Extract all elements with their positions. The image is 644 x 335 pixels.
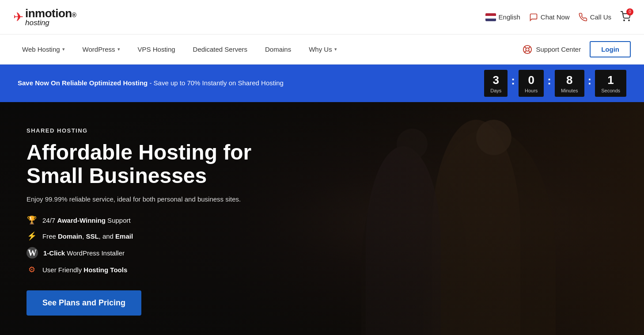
logo-flame-icon: ✈	[13, 10, 23, 24]
svg-line-6	[529, 46, 530, 48]
phone-icon	[579, 13, 587, 22]
nav-web-hosting[interactable]: Web Hosting ▾	[13, 34, 74, 65]
countdown-separator: :	[588, 74, 592, 88]
top-right-controls: English Chat Now Call Us 0	[485, 11, 631, 23]
countdown-hours-label: Hours	[525, 88, 538, 93]
svg-line-7	[525, 50, 527, 52]
feature-wordpress-text: 1-Click WordPress Installer	[43, 249, 125, 257]
language-label: English	[499, 13, 520, 21]
feature-tools-text: User Friendly Hosting Tools	[42, 266, 127, 274]
hero-subtitle: SHARED HOSTING	[27, 127, 274, 134]
language-selector[interactable]: English	[485, 13, 520, 21]
see-plans-button[interactable]: See Plans and Pricing	[27, 290, 141, 316]
countdown-separator: :	[547, 74, 551, 88]
promo-body-text: - Save up to 70% Instantly on Shared Hos…	[148, 79, 284, 87]
trophy-icon: 🏆	[27, 215, 37, 225]
countdown-minutes-label: Minutes	[561, 88, 578, 93]
feature-support-text: 24/7 Award-Winning Support	[42, 217, 131, 224]
countdown-seconds: 1 Seconds	[595, 70, 626, 97]
support-icon	[523, 45, 532, 54]
promo-banner: Save Now On Reliable Optimized Hosting -…	[0, 65, 644, 102]
call-us-button[interactable]: Call Us	[579, 13, 611, 22]
wordpress-icon: W	[27, 247, 38, 259]
navigation-bar: Web Hosting ▾ WordPress ▾ VPS Hosting De…	[0, 34, 644, 65]
hero-section: SHARED HOSTING Affordable Hosting for Sm…	[0, 102, 644, 335]
nav-why-us-label: Why Us	[309, 46, 332, 53]
chevron-down-icon: ▾	[334, 46, 337, 52]
hero-features-list: 🏆 24/7 Award-Winning Support ⚡ Free Doma…	[27, 215, 274, 274]
svg-line-5	[529, 50, 530, 52]
svg-point-3	[526, 48, 529, 51]
chevron-down-icon: ▾	[62, 46, 65, 52]
feature-domain: ⚡ Free Domain, SSL, and Email	[27, 231, 274, 241]
nav-right-controls: Support Center Login	[523, 41, 631, 57]
countdown-days-value: 3	[493, 73, 499, 87]
support-center-label: Support Center	[536, 46, 581, 53]
call-label: Call Us	[590, 13, 611, 21]
cart-badge: 0	[626, 8, 633, 15]
nav-dedicated-servers[interactable]: Dedicated Servers	[184, 34, 256, 65]
countdown-days: 3 Days	[484, 70, 508, 97]
feature-support: 🏆 24/7 Award-Winning Support	[27, 215, 274, 225]
countdown-days-label: Days	[490, 88, 501, 93]
feature-tools: ⚙ User Friendly Hosting Tools	[27, 265, 274, 274]
nav-vps-hosting-label: VPS Hosting	[138, 46, 175, 53]
svg-point-0	[624, 20, 625, 21]
svg-line-4	[525, 46, 527, 48]
countdown-hours: 0 Hours	[519, 70, 544, 97]
svg-point-1	[629, 20, 629, 21]
chevron-down-icon: ▾	[117, 46, 120, 52]
chat-label: Chat Now	[541, 13, 570, 21]
chat-now-button[interactable]: Chat Now	[529, 13, 570, 22]
countdown-minutes: 8 Minutes	[555, 70, 584, 97]
nav-wordpress[interactable]: WordPress ▾	[74, 34, 129, 65]
hero-description: Enjoy 99.99% reliable service, ideal for…	[27, 195, 274, 203]
logo-sub: hosting	[25, 19, 76, 27]
countdown-timer: 3 Days : 0 Hours : 8 Minutes : 1 Seconds	[484, 70, 626, 97]
top-bar: ✈ inmotion® hosting English Chat Now Cal…	[0, 0, 644, 34]
login-button[interactable]: Login	[590, 41, 631, 57]
nav-wordpress-label: WordPress	[83, 46, 115, 53]
logo-brand: inmotion®	[25, 8, 76, 19]
chat-icon	[529, 13, 538, 22]
promo-bold-text: Save Now On Reliable Optimized Hosting	[18, 79, 148, 87]
nav-dedicated-servers-label: Dedicated Servers	[193, 46, 247, 53]
countdown-seconds-label: Seconds	[601, 88, 620, 93]
feature-wordpress: W 1-Click WordPress Installer	[27, 247, 274, 259]
nav-domains[interactable]: Domains	[256, 34, 300, 65]
countdown-hours-value: 0	[528, 73, 534, 87]
nav-web-hosting-label: Web Hosting	[22, 46, 60, 53]
countdown-separator: :	[511, 74, 515, 88]
lightning-icon: ⚡	[27, 231, 37, 241]
nav-items: Web Hosting ▾ WordPress ▾ VPS Hosting De…	[13, 34, 523, 65]
cpanel-icon: ⚙	[27, 265, 37, 274]
logo[interactable]: ✈ inmotion® hosting	[13, 8, 76, 27]
countdown-seconds-value: 1	[607, 73, 614, 87]
nav-vps-hosting[interactable]: VPS Hosting	[129, 34, 184, 65]
feature-domain-text: Free Domain, SSL, and Email	[42, 232, 133, 240]
us-flag-icon	[485, 13, 496, 21]
support-center-link[interactable]: Support Center	[523, 45, 581, 54]
hero-content: SHARED HOSTING Affordable Hosting for Sm…	[0, 105, 300, 335]
hero-title: Affordable Hosting for Small Businesses	[27, 141, 274, 188]
promo-text: Save Now On Reliable Optimized Hosting -…	[18, 78, 284, 88]
countdown-minutes-value: 8	[566, 73, 572, 87]
nav-why-us[interactable]: Why Us ▾	[300, 34, 346, 65]
nav-domains-label: Domains	[265, 46, 291, 53]
cart-button[interactable]: 0	[620, 11, 631, 23]
